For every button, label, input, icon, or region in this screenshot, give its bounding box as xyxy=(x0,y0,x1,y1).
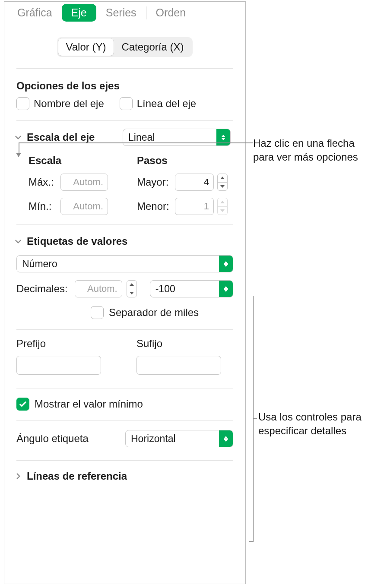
menor-stepper[interactable] xyxy=(217,198,228,215)
axis-line-label: Línea del eje xyxy=(137,98,196,110)
subtab-categoria-x[interactable]: Categoría (X) xyxy=(114,38,191,56)
subtab-valor-y[interactable]: Valor (Y) xyxy=(58,38,114,56)
decimals-stepper[interactable] xyxy=(127,280,137,297)
axis-options-row: Nombre del eje Línea del eje xyxy=(4,97,245,120)
reference-lines-label: Líneas de referencia xyxy=(27,470,127,482)
callout-bracket xyxy=(249,296,254,542)
thousands-sep-label: Separador de miles xyxy=(109,307,199,319)
chevron-right-icon[interactable] xyxy=(14,472,22,481)
prefix-input[interactable] xyxy=(16,356,101,375)
min-row: Mín.: Autom. xyxy=(29,198,125,215)
value-labels-row: Etiquetas de valores xyxy=(4,225,245,253)
show-min-row: Mostrar el valor mínimo xyxy=(4,389,245,420)
show-min-label: Mostrar el valor mínimo xyxy=(35,398,143,410)
negative-format-dropdown[interactable]: -100 xyxy=(150,280,233,297)
callout-lead xyxy=(254,418,257,419)
mayor-input[interactable]: 4 xyxy=(175,174,214,191)
menor-row: Menor: 1 xyxy=(137,198,233,215)
chevron-down-icon[interactable] xyxy=(14,237,22,246)
mayor-label: Mayor: xyxy=(137,176,171,188)
dropdown-arrows-icon xyxy=(219,430,233,447)
decimals-input[interactable]: Autom. xyxy=(75,280,122,297)
prefix-col: Prefijo xyxy=(16,338,113,375)
callout-text-2: Usa los controles para especificar detal… xyxy=(258,410,366,438)
tab-eje[interactable]: Eje xyxy=(62,4,96,22)
callout-line xyxy=(19,142,253,143)
arrowhead-icon xyxy=(16,153,21,157)
axis-scale-row: Escala del eje Lineal xyxy=(4,121,245,151)
axis-options-title: Opciones de los ejes xyxy=(4,69,245,97)
axis-line-check-item: Línea del eje xyxy=(120,97,196,110)
axis-name-label: Nombre del eje xyxy=(34,98,104,110)
prefix-suffix-row: Prefijo Sufijo xyxy=(4,330,245,383)
label-angle-row: Ángulo etiqueta Horizontal xyxy=(4,420,245,460)
menor-label: Menor: xyxy=(137,200,171,212)
label-angle-value: Horizontal xyxy=(126,433,219,445)
max-label: Máx.: xyxy=(29,176,57,188)
mayor-row: Mayor: 4 xyxy=(137,174,233,191)
show-min-checkbox[interactable] xyxy=(16,398,29,411)
chevron-down-icon[interactable] xyxy=(14,133,22,142)
top-tabs: Gráfica Eje Series Orden xyxy=(4,2,245,24)
negative-format-value: -100 xyxy=(150,283,219,295)
prefix-label: Prefijo xyxy=(16,338,113,350)
decimals-row: Decimales: Autom. -100 xyxy=(4,280,245,303)
label-angle-dropdown[interactable]: Horizontal xyxy=(125,430,233,447)
axis-name-check-item: Nombre del eje xyxy=(16,97,104,110)
dropdown-arrows-icon xyxy=(219,281,233,297)
axis-subtabs-wrap: Valor (Y) Categoría (X) xyxy=(16,24,233,69)
value-format-dropdown-value: Número xyxy=(17,258,219,270)
max-input[interactable]: Autom. xyxy=(60,174,108,191)
suffix-input[interactable] xyxy=(136,356,221,375)
label-angle-label: Ángulo etiqueta xyxy=(16,433,89,445)
thousands-sep-row: Separador de miles xyxy=(4,303,245,329)
min-label: Mín.: xyxy=(29,200,57,212)
callout-text-1: Haz clic en una flecha para ver más opci… xyxy=(253,136,365,164)
axis-subtabs: Valor (Y) Categoría (X) xyxy=(57,37,193,57)
menor-input[interactable]: 1 xyxy=(175,198,214,215)
value-labels-title: Etiquetas de valores xyxy=(27,235,127,247)
mayor-stepper[interactable] xyxy=(217,174,228,191)
scale-grid: Escala Pasos Máx.: Autom. Mayor: 4 Mín.:… xyxy=(4,151,245,224)
axis-scale-dropdown-value: Lineal xyxy=(123,132,216,143)
reference-lines-row: Líneas de referencia xyxy=(4,461,245,492)
max-row: Máx.: Autom. xyxy=(29,174,125,191)
pasos-heading: Pasos xyxy=(137,155,233,167)
tab-grafica[interactable]: Gráfica xyxy=(8,4,62,22)
dropdown-arrows-icon xyxy=(219,256,233,272)
tab-series[interactable]: Series xyxy=(96,4,146,22)
axis-line-checkbox[interactable] xyxy=(120,97,133,110)
tab-orden[interactable]: Orden xyxy=(146,4,195,22)
suffix-label: Sufijo xyxy=(136,338,233,350)
callout-line xyxy=(19,142,19,154)
thousands-sep-checkbox[interactable] xyxy=(91,306,104,319)
axis-scale-dropdown[interactable]: Lineal xyxy=(123,129,231,146)
min-input[interactable]: Autom. xyxy=(60,198,108,215)
value-format-dropdown[interactable]: Número xyxy=(16,255,233,272)
axis-scale-label: Escala del eje xyxy=(27,131,95,143)
inspector-panel: Gráfica Eje Series Orden Valor (Y) Categ… xyxy=(4,1,246,584)
escala-heading: Escala xyxy=(29,155,125,167)
decimals-label: Decimales: xyxy=(16,283,68,295)
axis-name-checkbox[interactable] xyxy=(16,97,29,110)
suffix-col: Sufijo xyxy=(136,338,233,375)
